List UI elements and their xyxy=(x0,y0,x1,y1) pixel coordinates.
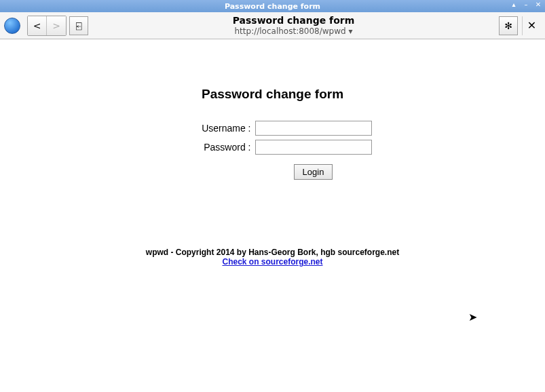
window-controls: ▴ – ✕ xyxy=(509,1,543,8)
mouse-cursor: ➤ xyxy=(468,311,477,324)
forward-button[interactable]: > xyxy=(47,16,66,35)
nav-group: < > xyxy=(27,16,67,36)
minimize-button[interactable]: ▴ xyxy=(509,1,519,8)
restore-button[interactable]: – xyxy=(521,1,531,8)
username-label: Username : xyxy=(174,123,255,134)
sourceforge-link[interactable]: Check on sourceforge.net xyxy=(222,257,322,267)
browser-toolbar: < > ⍇ Password change form http://localh… xyxy=(0,12,545,39)
login-row: Login xyxy=(14,164,531,180)
window-close-button[interactable]: ✕ xyxy=(533,1,543,8)
page-title: Password change form xyxy=(91,15,496,26)
bookmark-button[interactable]: ⍇ xyxy=(69,16,88,35)
close-icon: ✕ xyxy=(527,19,536,32)
password-row: Password : xyxy=(14,140,531,155)
page-url: http://localhost:8008/wpwd ▾ xyxy=(91,26,496,36)
footer: wpwd - Copyright 2014 by Hans-Georg Bork… xyxy=(14,248,531,267)
tab-close-button[interactable]: ✕ xyxy=(522,16,541,35)
gear-icon: ✻ xyxy=(504,20,512,31)
username-input[interactable] xyxy=(255,121,372,136)
toolbar-right: ✻ ✕ xyxy=(499,16,541,35)
settings-button[interactable]: ✻ xyxy=(499,16,518,35)
password-input[interactable] xyxy=(255,140,372,155)
username-row: Username : xyxy=(14,121,531,136)
page-heading: Password change form xyxy=(14,87,531,102)
window-titlebar: Password change form ▴ – ✕ xyxy=(0,0,545,12)
login-button[interactable]: Login xyxy=(294,164,333,180)
back-button[interactable]: < xyxy=(28,16,47,35)
page-content: Password change form Username : Password… xyxy=(0,39,545,280)
copyright-text: wpwd - Copyright 2014 by Hans-Georg Bork… xyxy=(14,248,531,257)
bookmark-icon: ⍇ xyxy=(76,20,81,31)
password-label: Password : xyxy=(174,142,255,153)
window-title: Password change form xyxy=(225,2,320,11)
forward-icon: > xyxy=(52,20,60,31)
globe-icon[interactable] xyxy=(4,18,20,34)
address-block[interactable]: Password change form http://localhost:80… xyxy=(91,15,496,36)
back-icon: < xyxy=(33,20,41,31)
